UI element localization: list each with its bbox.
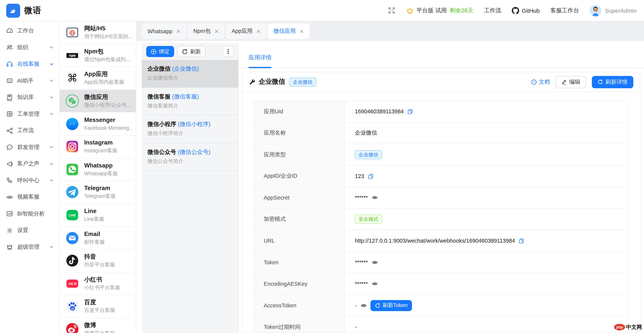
close-icon[interactable]	[300, 29, 304, 33]
channel-item[interactable]: Messenger Facebook Messeng...	[60, 113, 136, 135]
fullscreen-button[interactable]	[388, 7, 396, 14]
copy-icon[interactable]	[368, 174, 373, 179]
sidebar-item[interactable]: 客户之声	[0, 155, 59, 172]
field-label: AccessToken	[254, 295, 345, 316]
refresh-token-button[interactable]: 刷新Token	[370, 300, 412, 311]
close-icon[interactable]	[176, 29, 181, 33]
user-menu[interactable]: SuperAdmin	[590, 5, 637, 16]
bound-app-name: 微信客服	[148, 93, 170, 100]
sidebar-item[interactable]: 知识库	[0, 89, 59, 106]
sidebar-item-label: 超级管理	[17, 243, 40, 251]
close-icon[interactable]	[214, 29, 219, 33]
channel-item[interactable]: Whatsapp Whatsapp客服	[60, 158, 136, 181]
channel-item[interactable]: Telegram Telegram客服	[60, 181, 136, 204]
channel-item[interactable]: du 百度 百度平台客服	[60, 295, 136, 318]
plus-circle-icon	[151, 49, 156, 54]
app-logo[interactable]	[6, 3, 20, 17]
sidebar-item[interactable]: 设置	[0, 222, 59, 239]
channel-item[interactable]: Email 邮件客服	[60, 227, 136, 250]
sidebar-item-label: 视频客服	[17, 193, 40, 201]
chevron-down-icon	[49, 95, 54, 100]
bound-app-item[interactable]: 微信公众号(微信公众号) 微信公众号简介	[142, 143, 238, 171]
chevron-down-icon	[49, 45, 54, 50]
sidebar-item[interactable]: 组织	[0, 39, 59, 56]
doc-link[interactable]: ? 文档	[531, 78, 550, 86]
workspace: Whatsapp Npm包 App应用 微信应用	[136, 21, 644, 333]
sidebar-item[interactable]: 呼叫中心	[0, 172, 59, 189]
chevron-down-icon	[49, 62, 54, 66]
sidebar-item[interactable]: AI助手	[0, 72, 59, 89]
bound-app-alias: (微信客服)	[172, 93, 199, 100]
bound-app-desc: 微信客服简介	[148, 102, 232, 110]
table-row: 应用名称 企业微信	[254, 122, 628, 144]
channel-item[interactable]: 微博 微博平台客服	[60, 318, 136, 333]
more-options-button[interactable]: ⋮	[223, 46, 234, 57]
channel-item[interactable]: Instagram Instagram客服	[60, 135, 136, 158]
tab[interactable]: App应用	[226, 23, 266, 39]
channel-item[interactable]: 抖音 抖音平台客服	[60, 250, 136, 272]
sidebar-item[interactable]: 群发管理	[0, 139, 59, 156]
channel-item[interactable]: LINE Line Line客服	[60, 204, 136, 227]
eye-icon[interactable]	[372, 281, 378, 287]
workflow-link[interactable]: 工作流	[484, 7, 501, 14]
channel-item[interactable]: npm Npm包 通过Npm包集成到...	[60, 44, 136, 67]
eye-icon[interactable]	[360, 303, 366, 309]
tab[interactable]: Npm包	[188, 23, 225, 39]
eye-outline-icon	[6, 194, 13, 201]
channel-subtitle: Whatsapp客服	[84, 170, 118, 177]
channel-item[interactable]: ⌘ App应用 App应用内嵌客服	[60, 67, 136, 90]
channel-item[interactable]: 微信应用 微信小程序/公众号...	[60, 90, 136, 113]
eye-icon[interactable]	[372, 195, 378, 201]
sidebar-item[interactable]: 超级管理	[0, 239, 59, 255]
eye-icon[interactable]	[372, 259, 378, 265]
sidebar-item-label: 知识库	[17, 94, 34, 101]
table-row: 应用类型 企业微信	[254, 144, 628, 166]
field-value: ******	[355, 259, 368, 265]
channel-title: Line	[84, 207, 104, 215]
sidebar-item[interactable]: 工作台	[0, 22, 59, 39]
website-icon	[65, 25, 80, 40]
sidebar-item[interactable]: BI智能分析	[0, 205, 59, 222]
tab[interactable]: 微信应用	[268, 23, 310, 39]
channel-title: 网站/H5	[84, 25, 132, 32]
bound-app-item[interactable]: 微信客服(微信客服) 微信客服简介	[142, 88, 238, 115]
field-label: 应用Uid	[254, 101, 345, 122]
channel-title: 微信应用	[84, 93, 131, 101]
sidebar-item[interactable]: 视频客服	[0, 189, 59, 206]
sidebar-item[interactable]: 工单管理	[0, 106, 59, 122]
channel-title: Email	[84, 230, 105, 238]
agent-workbench-link[interactable]: 客服工作台	[550, 7, 579, 14]
open-tabs-bar: Whatsapp Npm包 App应用 微信应用	[136, 21, 644, 41]
chevron-down-icon	[49, 162, 54, 166]
sidebar-item[interactable]: 在线客服	[0, 56, 59, 72]
channel-item[interactable]: 网站/H5 用于网站/H5页面的...	[60, 21, 136, 44]
table-row: EncodingAESKey ******	[254, 273, 628, 295]
crown-outline-icon	[6, 244, 13, 251]
bound-app-item[interactable]: 微信小程序(微信小程序) 微信小程序简介	[142, 115, 238, 143]
channel-title: Telegram	[84, 185, 116, 192]
copy-icon[interactable]	[408, 109, 413, 114]
tab-app-detail[interactable]: 应用详情	[248, 54, 272, 68]
bound-app-desc: 企业微信简介	[148, 75, 232, 82]
svg-text:?: ?	[533, 80, 535, 84]
plan-info[interactable]: 平台版 试用 剩余28天	[406, 7, 473, 14]
bound-app-item[interactable]: 企业微信(企业微信) 企业微信简介	[142, 60, 238, 88]
close-icon[interactable]	[256, 29, 261, 33]
bound-app-name: 微信小程序	[148, 121, 176, 127]
bound-app-name: 企业微信	[148, 65, 170, 72]
edit-button[interactable]: 编辑	[556, 76, 586, 88]
copy-icon[interactable]	[519, 238, 524, 243]
detail-tabs: 应用详情	[238, 41, 644, 68]
bind-button[interactable]: 绑定	[146, 46, 174, 57]
refresh-detail-button[interactable]: 刷新详情	[592, 76, 633, 88]
field-label: 加密模式	[254, 209, 345, 230]
avatar-icon[interactable]	[590, 5, 602, 16]
phone-icon	[6, 177, 13, 184]
tab[interactable]: Whatsapp	[142, 23, 186, 39]
channel-title: Instagram	[84, 139, 117, 147]
refresh-button[interactable]: 刷新	[178, 46, 205, 57]
channel-item[interactable]: 小红书 小红书 小红书平台客服	[60, 273, 136, 295]
github-link[interactable]: GitHub	[512, 7, 540, 14]
refresh-white-icon	[375, 303, 380, 308]
sidebar-item[interactable]: 工作流	[0, 122, 59, 139]
